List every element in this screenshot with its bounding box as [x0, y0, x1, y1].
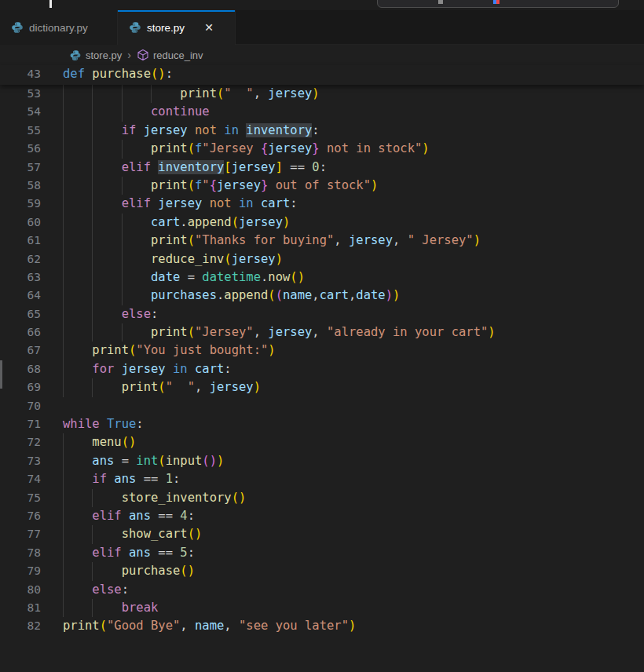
indent-guide — [63, 544, 64, 562]
line-number[interactable]: 74 — [0, 470, 41, 488]
code-token: = — [180, 270, 202, 284]
code-token: elif — [92, 509, 129, 523]
tab-dictionary-py[interactable]: dictionary.py — [0, 10, 118, 45]
line-number[interactable]: 59 — [0, 195, 41, 213]
line-number[interactable]: 82 — [0, 617, 41, 635]
breadcrumb-symbol[interactable]: reduce_inv — [153, 49, 203, 61]
code-line[interactable]: 75 store_inventory() — [0, 489, 644, 507]
line-number[interactable]: 57 — [0, 159, 41, 177]
line-number[interactable]: 62 — [0, 250, 41, 268]
code-line[interactable]: 64 purchases.append((name,cart,date)) — [0, 287, 644, 305]
code-token: "Jersey" — [195, 325, 254, 339]
code-line[interactable]: 80 else: — [0, 581, 644, 599]
indent-guide — [92, 305, 93, 323]
line-number[interactable]: 75 — [0, 489, 41, 507]
code-token: jersey — [217, 178, 261, 192]
python-file-icon — [69, 49, 82, 61]
breadcrumb-file[interactable]: store.py — [86, 49, 122, 61]
code-line[interactable]: 60 cart.append(jersey) — [0, 214, 644, 232]
line-number[interactable]: 56 — [0, 140, 41, 158]
code-line[interactable]: 73 ans = int(input()) — [0, 452, 644, 470]
code-token: print — [151, 233, 188, 247]
code-line[interactable]: 56 print(f"Jersey {jersey} not in stock"… — [0, 140, 644, 158]
code-content: elif jersey not in cart: — [63, 195, 298, 213]
code-line[interactable]: 68 for jersey in cart: — [0, 360, 644, 378]
code-line[interactable]: 43def purchase(): — [0, 65, 644, 83]
code-token: not — [210, 196, 239, 210]
code-line[interactable]: 63 date = datetime.now() — [0, 268, 644, 287]
code-line[interactable]: 61 print("Thanks for buying", jersey, " … — [0, 232, 644, 250]
line-number[interactable]: 69 — [0, 378, 41, 396]
close-icon[interactable]: ✕ — [201, 20, 217, 35]
code-line[interactable]: 59 elif jersey not in cart: — [0, 195, 644, 213]
line-number[interactable]: 55 — [0, 122, 41, 140]
code-line[interactable]: 70 — [0, 397, 644, 415]
line-number[interactable]: 58 — [0, 177, 41, 195]
code-line[interactable]: 54 continue — [0, 103, 644, 121]
code-token: ) — [254, 380, 261, 394]
code-token: print — [151, 141, 188, 155]
indent-guide — [92, 140, 93, 158]
line-number[interactable]: 68 — [0, 360, 41, 378]
line-number[interactable]: 61 — [0, 232, 41, 250]
line-number[interactable]: 77 — [0, 525, 41, 543]
code-line[interactable]: 58 print(f"{jersey} out of stock") — [0, 177, 644, 195]
line-number[interactable]: 67 — [0, 341, 41, 360]
code-line[interactable]: 72 menu() — [0, 433, 644, 451]
code-token: ( — [158, 380, 165, 394]
indent-guide — [63, 433, 64, 451]
code-lines-container: 53 print(" ", jersey)54 continue55 if je… — [0, 85, 644, 636]
code-content: purchase() — [63, 562, 195, 580]
indent-guide — [92, 122, 93, 140]
code-token: . — [217, 288, 224, 302]
indent-guide — [63, 525, 64, 543]
code-line[interactable]: 53 print(" ", jersey) — [0, 85, 644, 103]
code-content: elif ans == 4: — [63, 507, 195, 525]
line-number[interactable]: 79 — [0, 562, 41, 580]
code-line[interactable]: 82print("Good Bye", name, "see you later… — [0, 617, 644, 635]
line-number[interactable]: 64 — [0, 287, 41, 305]
line-number[interactable]: 73 — [0, 452, 41, 470]
line-number[interactable]: 66 — [0, 323, 41, 341]
left-edge-scroll-marker[interactable] — [0, 360, 2, 389]
line-number[interactable]: 43 — [0, 65, 41, 83]
code-line[interactable]: 55 if jersey not in inventory: — [0, 122, 644, 140]
line-number[interactable]: 81 — [0, 599, 41, 617]
line-number[interactable]: 76 — [0, 507, 41, 525]
line-number[interactable]: 65 — [0, 305, 41, 323]
line-number[interactable]: 54 — [0, 103, 41, 121]
code-line[interactable]: 65 else: — [0, 305, 644, 323]
code-line[interactable]: 67 print("You just bought:") — [0, 341, 644, 360]
code-line[interactable]: 69 print(" ", jersey) — [0, 378, 644, 396]
code-line[interactable]: 81 break — [0, 599, 644, 617]
code-line[interactable]: 76 elif ans == 4: — [0, 507, 644, 525]
code-token: append — [188, 215, 232, 229]
code-line[interactable]: 77 show_cart() — [0, 525, 644, 543]
code-line[interactable]: 74 if ans == 1: — [0, 470, 644, 488]
code-line[interactable]: 66 print("Jersey", jersey, "already in y… — [0, 323, 644, 341]
line-number[interactable]: 80 — [0, 581, 41, 599]
line-number[interactable]: 53 — [0, 85, 41, 103]
code-token: out of stock" — [268, 178, 371, 192]
code-content: print("Good Bye", name, "see you later") — [63, 617, 356, 635]
code-token: print — [92, 343, 129, 357]
line-number[interactable]: 71 — [0, 415, 41, 433]
code-line[interactable]: 78 elif ans == 5: — [0, 544, 644, 562]
code-line[interactable]: 62 reduce_inv(jersey) — [0, 250, 644, 268]
code-token: () — [122, 435, 137, 449]
code-line[interactable]: 71while True: — [0, 415, 644, 433]
line-number[interactable]: 60 — [0, 214, 41, 232]
line-number[interactable]: 78 — [0, 544, 41, 562]
indent-guide — [63, 85, 64, 103]
sticky-scroll-line[interactable]: 43def purchase(): — [0, 65, 644, 85]
code-content: elif inventory[jersey] == 0: — [63, 159, 327, 177]
code-line[interactable]: 57 elif inventory[jersey] == 0: — [0, 159, 644, 177]
line-number[interactable]: 70 — [0, 397, 41, 415]
code-token: " — [202, 178, 209, 192]
line-number[interactable]: 72 — [0, 433, 41, 451]
indent-guide — [122, 250, 123, 268]
tab-store-py[interactable]: store.py ✕ — [118, 10, 236, 45]
code-line[interactable]: 79 purchase() — [0, 562, 644, 580]
line-number[interactable]: 63 — [0, 268, 41, 287]
indent-guide — [63, 214, 64, 232]
